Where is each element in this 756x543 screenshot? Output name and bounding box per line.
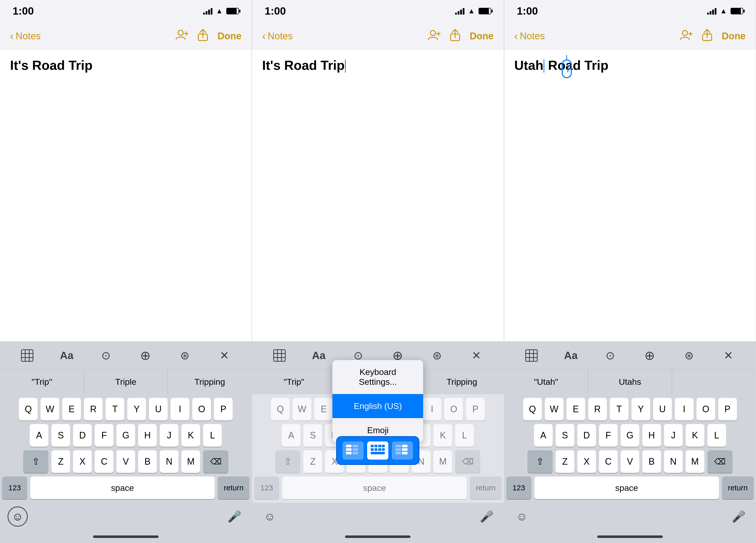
keyboard-type-full[interactable] bbox=[367, 441, 388, 460]
key-space-1[interactable]: space bbox=[30, 476, 215, 499]
keyboard-type-split-right[interactable] bbox=[392, 441, 413, 460]
key-l-1[interactable]: L bbox=[203, 424, 222, 447]
mic-button-3[interactable]: 🎤 bbox=[732, 510, 746, 523]
pen-icon-2[interactable]: ⊛ bbox=[427, 345, 447, 366]
key-v-1[interactable]: V bbox=[116, 450, 135, 473]
predictive-item-1-0[interactable]: "Trip" bbox=[0, 369, 84, 394]
key-m-3[interactable]: M bbox=[686, 450, 704, 473]
table-icon-1[interactable] bbox=[17, 345, 37, 366]
key-123-1[interactable]: 123 bbox=[2, 476, 27, 499]
key-t-3[interactable]: T bbox=[610, 398, 628, 421]
format-icon-1[interactable]: Aa bbox=[57, 345, 77, 366]
share-icon-1[interactable] bbox=[197, 28, 208, 44]
key-shift-2[interactable]: ⇧ bbox=[275, 450, 300, 473]
key-s-2[interactable]: S bbox=[303, 424, 322, 447]
popup-english-us[interactable]: English (US) bbox=[332, 394, 423, 418]
key-space-3[interactable]: space bbox=[534, 476, 719, 499]
add-icon-3[interactable]: ⊕ bbox=[640, 345, 660, 366]
check-icon-3[interactable]: ⊙ bbox=[600, 345, 620, 366]
key-b-3[interactable]: B bbox=[642, 450, 661, 473]
predictive-item-3-0[interactable]: "Utah" bbox=[504, 369, 588, 394]
key-k-2[interactable]: K bbox=[433, 424, 452, 447]
key-z-2[interactable]: Z bbox=[303, 450, 322, 473]
key-y-1[interactable]: Y bbox=[127, 398, 146, 421]
pen-icon-3[interactable]: ⊛ bbox=[679, 345, 699, 366]
predictive-item-2-0[interactable]: "Trip" bbox=[252, 369, 336, 394]
add-person-icon-2[interactable] bbox=[427, 28, 440, 44]
key-h-1[interactable]: H bbox=[138, 424, 157, 447]
key-r-3[interactable]: R bbox=[588, 398, 607, 421]
mic-button-2[interactable]: 🎤 bbox=[480, 510, 494, 523]
key-f-3[interactable]: F bbox=[599, 424, 618, 447]
key-w-3[interactable]: W bbox=[545, 398, 563, 421]
pen-icon-1[interactable]: ⊛ bbox=[175, 345, 195, 366]
key-y-3[interactable]: Y bbox=[632, 398, 650, 421]
key-n-3[interactable]: N bbox=[664, 450, 683, 473]
key-g-1[interactable]: G bbox=[116, 424, 135, 447]
keyboard-type-split-left[interactable] bbox=[342, 441, 364, 460]
key-delete-2[interactable]: ⌫ bbox=[455, 450, 480, 473]
note-content-3[interactable]: Utah Road Trip bbox=[504, 50, 756, 341]
key-z-3[interactable]: Z bbox=[556, 450, 574, 473]
key-c-3[interactable]: C bbox=[599, 450, 618, 473]
key-m-1[interactable]: M bbox=[181, 450, 200, 473]
key-delete-3[interactable]: ⌫ bbox=[707, 450, 733, 473]
key-u-1[interactable]: U bbox=[149, 398, 168, 421]
key-e-2[interactable]: E bbox=[314, 398, 333, 421]
close-icon-1[interactable]: ✕ bbox=[214, 345, 234, 366]
note-content-1[interactable]: It's Road Trip bbox=[0, 50, 251, 341]
key-a-2[interactable]: A bbox=[282, 424, 300, 447]
key-q-3[interactable]: Q bbox=[523, 398, 542, 421]
key-g-3[interactable]: G bbox=[621, 424, 639, 447]
key-l-2[interactable]: L bbox=[455, 424, 474, 447]
key-j-3[interactable]: J bbox=[664, 424, 683, 447]
predictive-item-3-1[interactable]: Utahs bbox=[588, 369, 672, 394]
key-e-1[interactable]: E bbox=[62, 398, 81, 421]
key-return-3[interactable]: return bbox=[722, 476, 754, 499]
key-h-3[interactable]: H bbox=[642, 424, 661, 447]
predictive-item-1-2[interactable]: Tripping bbox=[168, 369, 251, 394]
key-l-3[interactable]: L bbox=[707, 424, 726, 447]
key-k-3[interactable]: K bbox=[686, 424, 704, 447]
key-s-1[interactable]: S bbox=[51, 424, 70, 447]
key-delete-1[interactable]: ⌫ bbox=[203, 450, 228, 473]
key-q-1[interactable]: Q bbox=[19, 398, 38, 421]
key-p-2[interactable]: P bbox=[466, 398, 485, 421]
done-button-2[interactable]: Done bbox=[470, 31, 494, 42]
note-content-2[interactable]: It's Road Trip bbox=[252, 50, 503, 341]
key-123-3[interactable]: 123 bbox=[506, 476, 531, 499]
keyboard-language-popup[interactable]: Keyboard Settings... English (US) Emoji bbox=[332, 360, 423, 442]
key-f-1[interactable]: F bbox=[95, 424, 113, 447]
emoji-button-1[interactable]: ☺ bbox=[8, 506, 28, 527]
emoji-button-2[interactable]: ☺ bbox=[260, 506, 280, 527]
key-m-2[interactable]: M bbox=[433, 450, 452, 473]
predictive-item-1-1[interactable]: Triple bbox=[84, 369, 168, 394]
table-icon-2[interactable] bbox=[269, 345, 290, 366]
format-icon-3[interactable]: Aa bbox=[561, 345, 581, 366]
key-i-1[interactable]: I bbox=[171, 398, 189, 421]
key-w-2[interactable]: W bbox=[293, 398, 311, 421]
key-p-3[interactable]: P bbox=[718, 398, 737, 421]
close-icon-2[interactable]: ✕ bbox=[466, 345, 486, 366]
key-i-2[interactable]: I bbox=[423, 398, 441, 421]
keyboard-type-selector[interactable] bbox=[336, 436, 419, 465]
key-shift-3[interactable]: ⇧ bbox=[527, 450, 553, 473]
key-o-2[interactable]: O bbox=[444, 398, 463, 421]
share-icon-3[interactable] bbox=[702, 28, 713, 44]
popup-keyboard-settings[interactable]: Keyboard Settings... bbox=[332, 360, 423, 394]
done-button-3[interactable]: Done bbox=[722, 31, 746, 42]
mic-button-1[interactable]: 🎤 bbox=[228, 510, 241, 523]
predictive-item-3-2[interactable] bbox=[672, 369, 756, 394]
key-return-2[interactable]: return bbox=[470, 476, 501, 499]
key-shift-1[interactable]: ⇧ bbox=[23, 450, 48, 473]
key-space-2[interactable]: space bbox=[282, 476, 467, 499]
key-x-1[interactable]: X bbox=[73, 450, 92, 473]
key-n-1[interactable]: N bbox=[160, 450, 178, 473]
key-a-3[interactable]: A bbox=[534, 424, 553, 447]
close-icon-3[interactable]: ✕ bbox=[718, 345, 739, 366]
key-t-1[interactable]: T bbox=[106, 398, 124, 421]
key-i-3[interactable]: I bbox=[675, 398, 694, 421]
key-c-1[interactable]: C bbox=[95, 450, 113, 473]
add-person-icon-3[interactable] bbox=[679, 28, 692, 44]
emoji-button-3[interactable]: ☺ bbox=[512, 506, 532, 527]
